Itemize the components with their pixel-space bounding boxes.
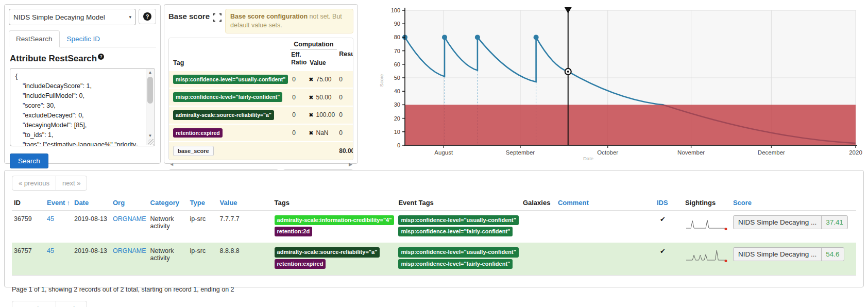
scrollbar-thumb[interactable] bbox=[147, 77, 153, 104]
col-computation: Computation bbox=[290, 38, 337, 50]
cell-category: Network activity bbox=[148, 211, 188, 243]
tag-badge: admiralty-scale:information-credibility=… bbox=[275, 215, 395, 225]
org-link[interactable]: ORGNAME bbox=[113, 215, 146, 223]
base-score-title: Base score bbox=[168, 9, 210, 21]
base-score-row: misp:confidence-level="usually-confident… bbox=[169, 71, 353, 89]
event-link[interactable]: 45 bbox=[47, 247, 54, 254]
svg-text:80: 80 bbox=[394, 34, 400, 40]
attribute-row: 36759 45 2019-08-13 ORGNAME Network acti… bbox=[12, 211, 856, 243]
svg-text:50: 50 bbox=[394, 75, 400, 81]
col-galaxies: Galaxies bbox=[521, 196, 556, 211]
model-help-button[interactable]: ? bbox=[139, 9, 156, 24]
org-link[interactable]: ORGNAME bbox=[113, 247, 146, 254]
cell-tags: admiralty-scale:information-credibility=… bbox=[273, 211, 397, 243]
tab-specific-id[interactable]: Specific ID bbox=[60, 30, 108, 47]
tag-badge: misp:confidence-level="usually-confident… bbox=[173, 75, 288, 84]
score-value: 54.6 bbox=[822, 248, 843, 261]
svg-text:September: September bbox=[506, 149, 535, 156]
base-score-table-wrap: Tag Computation Result Eff. Ratio Value … bbox=[168, 38, 353, 160]
tab-restsearch[interactable]: RestSearch bbox=[9, 30, 60, 47]
svg-text:60: 60 bbox=[394, 61, 400, 67]
base-score-row: misp:confidence-level="fairly-confident"… bbox=[169, 88, 353, 106]
pagination-bottom: « previous next » bbox=[12, 301, 87, 307]
eff-ratio-value: 0 bbox=[290, 106, 307, 124]
next-page-button[interactable]: next » bbox=[56, 176, 87, 191]
value-cell: ✖50.00 bbox=[307, 88, 337, 106]
next-page-button[interactable]: next » bbox=[56, 301, 87, 307]
svg-text:October: October bbox=[597, 149, 618, 156]
col-category[interactable]: Category bbox=[148, 196, 188, 211]
col-date[interactable]: Date bbox=[72, 196, 111, 211]
search-tabs: RestSearch Specific ID bbox=[9, 30, 156, 47]
decay-score-chart[interactable]: 0102030405060708090100AugustSeptemberOct… bbox=[361, 3, 864, 164]
score-model-name: NIDS Simple Decaying ... bbox=[734, 248, 822, 261]
resize-handle-icon[interactable] bbox=[148, 139, 154, 145]
cell-comment bbox=[556, 243, 655, 275]
svg-text:40: 40 bbox=[394, 88, 400, 94]
col-tags: Tags bbox=[273, 196, 397, 211]
multiply-icon: ✖ bbox=[309, 94, 313, 100]
tag-badge: retention:2d bbox=[275, 227, 313, 236]
svg-text:December: December bbox=[758, 149, 785, 156]
cell-type: ip-src bbox=[188, 243, 218, 275]
cell-id: 36759 bbox=[12, 211, 45, 243]
cell-galaxies bbox=[521, 243, 556, 275]
base-score-row: admiralty-scale:source-reliability="a" 0… bbox=[169, 106, 353, 124]
attribute-row: 36757 45 2019-08-13 ORGNAME Network acti… bbox=[12, 243, 856, 275]
scroll-left-icon[interactable]: ◄ bbox=[169, 162, 174, 167]
cell-value: 7.7.7.7 bbox=[218, 211, 273, 243]
event-link[interactable]: 45 bbox=[47, 215, 54, 223]
base-score-panel: Base score Base score configuration not … bbox=[164, 4, 358, 164]
score-value: 37.41 bbox=[822, 216, 847, 229]
sightings-sparkline bbox=[685, 247, 729, 264]
previous-page-button[interactable]: « previous bbox=[12, 176, 56, 191]
scroll-right-icon[interactable]: ▶ bbox=[349, 162, 352, 167]
cell-type: ip-src bbox=[188, 211, 218, 243]
decaying-model-select[interactable]: NIDS Simple Decaying Model ▾ bbox=[9, 9, 136, 25]
svg-text:10: 10 bbox=[394, 129, 400, 135]
restsearch-heading: Attribute RestSearch? bbox=[10, 54, 155, 64]
col-comment[interactable]: Comment bbox=[556, 196, 655, 211]
svg-text:Score: Score bbox=[379, 74, 384, 87]
cell-tags: admiralty-scale:source-reliability="a" r… bbox=[273, 243, 397, 275]
col-ids[interactable]: IDS bbox=[655, 196, 683, 211]
tag-badge: misp:confidence-level="usually-confident… bbox=[398, 247, 518, 257]
col-sightings: Sightings bbox=[683, 196, 731, 211]
multiply-icon: ✖ bbox=[309, 76, 313, 82]
col-result: Result bbox=[337, 38, 353, 71]
previous-page-button[interactable]: « previous bbox=[12, 301, 56, 307]
question-icon: ? bbox=[143, 12, 151, 21]
svg-text:30: 30 bbox=[394, 101, 400, 108]
search-button[interactable]: Search bbox=[10, 154, 48, 168]
svg-text:August: August bbox=[434, 149, 453, 156]
horizontal-scrollbar[interactable]: ◄ ▶ bbox=[168, 160, 353, 167]
col-value: Value bbox=[307, 49, 337, 71]
base-score-result: 80.00 bbox=[337, 142, 353, 160]
scroll-up-icon[interactable]: ▲ bbox=[146, 70, 154, 75]
restsearch-query-input[interactable]: { "includeDecayScore": 1, "includeFullMo… bbox=[10, 68, 155, 146]
textarea-scrollbar[interactable]: ▲ ▼ bbox=[146, 69, 154, 145]
svg-text:November: November bbox=[677, 149, 705, 156]
col-value[interactable]: Value bbox=[218, 196, 273, 211]
expand-icon[interactable] bbox=[213, 13, 222, 22]
cell-comment bbox=[556, 211, 655, 243]
cell-event-tags: misp:confidence-level="usually-confident… bbox=[396, 211, 520, 243]
col-type[interactable]: Type bbox=[188, 196, 218, 211]
result-value: 0 bbox=[337, 71, 353, 89]
cell-score: NIDS Simple Decaying ... 37.41 bbox=[731, 211, 856, 243]
base-score-row: retention:expired 0 ✖NaN 0 bbox=[169, 124, 353, 142]
svg-text:90: 90 bbox=[394, 21, 400, 27]
eff-ratio-value: 0 bbox=[290, 71, 307, 89]
multiply-icon: ✖ bbox=[309, 112, 313, 118]
tag-badge: admiralty-scale:source-reliability="a" bbox=[275, 247, 380, 257]
scroll-down-icon[interactable]: ▼ bbox=[146, 133, 154, 138]
col-score[interactable]: Score bbox=[731, 196, 856, 211]
col-id: ID bbox=[12, 196, 45, 211]
col-org[interactable]: Org bbox=[111, 196, 148, 211]
score-badge: NIDS Simple Decaying ... 37.41 bbox=[733, 215, 848, 229]
col-event[interactable]: Event↑ bbox=[45, 196, 72, 211]
cell-galaxies bbox=[521, 211, 556, 243]
base-score-warning: Base score configuration not set. But de… bbox=[225, 9, 353, 33]
decaying-model-select-value: NIDS Simple Decaying Model bbox=[13, 13, 105, 21]
svg-text:2020: 2020 bbox=[849, 149, 862, 156]
